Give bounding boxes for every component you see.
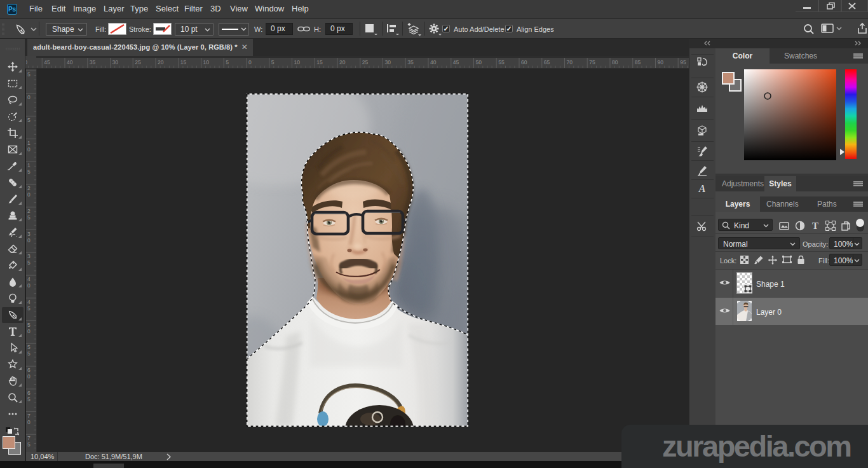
svg-text:10: 10 bbox=[203, 59, 210, 65]
svg-text:6: 6 bbox=[27, 367, 31, 373]
svg-text:A: A bbox=[698, 183, 706, 194]
svg-text:20: 20 bbox=[339, 59, 346, 65]
svg-text:55: 55 bbox=[498, 59, 505, 65]
svg-text:4: 4 bbox=[27, 299, 31, 305]
svg-text:0: 0 bbox=[27, 373, 31, 380]
svg-text:30: 30 bbox=[112, 59, 119, 65]
svg-text:5: 5 bbox=[27, 259, 31, 266]
svg-text:70: 70 bbox=[567, 59, 573, 65]
svg-text:4: 4 bbox=[27, 276, 31, 282]
svg-text:3: 3 bbox=[27, 253, 31, 259]
svg-text:5: 5 bbox=[27, 71, 31, 78]
svg-text:0: 0 bbox=[27, 191, 31, 198]
svg-text:2: 2 bbox=[27, 185, 31, 191]
svg-text:5: 5 bbox=[27, 214, 31, 221]
svg-text:5: 5 bbox=[27, 305, 31, 312]
svg-text:65: 65 bbox=[544, 59, 550, 65]
svg-text:0: 0 bbox=[27, 146, 31, 153]
svg-text:1: 1 bbox=[27, 162, 31, 169]
svg-text:5: 5 bbox=[27, 344, 31, 350]
svg-text:35: 35 bbox=[407, 59, 414, 65]
svg-text:5: 5 bbox=[271, 59, 275, 65]
svg-text:40: 40 bbox=[430, 59, 437, 65]
svg-text:7: 7 bbox=[27, 435, 31, 441]
svg-text:50: 50 bbox=[476, 59, 482, 65]
svg-text:45: 45 bbox=[453, 59, 459, 65]
svg-text:95: 95 bbox=[680, 59, 686, 65]
svg-text:50: 50 bbox=[26, 59, 27, 65]
svg-text:2: 2 bbox=[27, 208, 31, 214]
svg-text:90: 90 bbox=[658, 59, 664, 65]
svg-text:5: 5 bbox=[27, 169, 31, 175]
svg-text:5: 5 bbox=[27, 441, 31, 448]
svg-text:T: T bbox=[812, 221, 818, 231]
svg-text:30: 30 bbox=[385, 59, 391, 65]
svg-text:45: 45 bbox=[44, 59, 50, 65]
svg-text:3: 3 bbox=[27, 231, 31, 237]
svg-text:0: 0 bbox=[248, 59, 252, 65]
svg-text:10: 10 bbox=[294, 59, 301, 65]
svg-text:5: 5 bbox=[27, 322, 31, 328]
svg-text:1: 1 bbox=[27, 140, 31, 146]
svg-text:20: 20 bbox=[158, 59, 164, 65]
svg-text:15: 15 bbox=[316, 59, 323, 65]
svg-text:85: 85 bbox=[635, 59, 641, 65]
svg-text:0: 0 bbox=[27, 94, 31, 100]
svg-text:35: 35 bbox=[90, 59, 96, 65]
svg-text:5: 5 bbox=[27, 350, 31, 357]
svg-text:0: 0 bbox=[27, 237, 31, 244]
svg-text:40: 40 bbox=[67, 59, 73, 65]
svg-text:5: 5 bbox=[27, 396, 31, 403]
svg-text:75: 75 bbox=[589, 59, 595, 65]
svg-text:5: 5 bbox=[27, 117, 31, 123]
svg-text:0: 0 bbox=[27, 419, 31, 425]
svg-text:15: 15 bbox=[180, 59, 187, 65]
svg-text:0: 0 bbox=[27, 282, 31, 289]
svg-text:7: 7 bbox=[27, 413, 31, 419]
svg-text:6: 6 bbox=[27, 390, 31, 396]
svg-text:0: 0 bbox=[27, 328, 31, 334]
svg-text:5: 5 bbox=[226, 59, 229, 65]
svg-text:80: 80 bbox=[612, 59, 618, 65]
svg-text:60: 60 bbox=[521, 59, 527, 65]
svg-text:25: 25 bbox=[362, 59, 369, 65]
svg-text:25: 25 bbox=[135, 59, 141, 65]
